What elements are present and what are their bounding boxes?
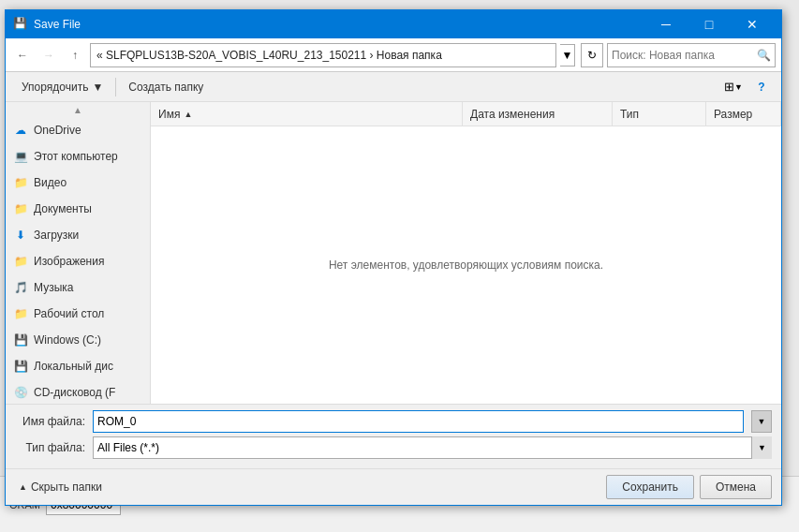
filename-row: Имя файла: ▼ <box>15 410 772 433</box>
column-name[interactable]: Имя ▲ <box>151 102 463 126</box>
sidebar-item-label-local-disk: Локальный дис <box>34 360 113 373</box>
address-path[interactable]: « SLFQPLUS13B-S20A_VOBIS_L40RU_213_15021… <box>90 43 556 67</box>
sidebar-item-documents[interactable]: 📁 Документы <box>6 196 150 222</box>
sidebar-item-label-windows-c: Windows (C:) <box>34 333 101 347</box>
search-input[interactable] <box>612 49 757 62</box>
sidebar-item-label-documents: Документы <box>34 202 92 215</box>
sidebar-item-local-disk[interactable]: 💾 Локальный дис <box>6 353 150 379</box>
sidebar-item-desktop[interactable]: 📁 Рабочий стол <box>6 301 150 327</box>
video-folder-icon: 📁 <box>13 175 28 190</box>
organize-label: Упорядочить <box>22 81 88 94</box>
filetype-label: Тип файла: <box>15 441 85 454</box>
sort-asc-icon: ▲ <box>184 110 192 119</box>
minimize-button[interactable]: ─ <box>644 10 688 38</box>
sidebar-item-windows-c[interactable]: 💾 Windows (C:) <box>6 327 150 353</box>
windows-c-drive-icon: 💾 <box>13 332 28 347</box>
form-section: Имя файла: ▼ Тип файла: All Files (*.*) … <box>6 404 781 468</box>
sidebar-item-video[interactable]: 📁 Видео <box>6 170 150 196</box>
save-file-dialog: 💾 Save File ─ □ ✕ ← → ↑ « SLFQPLUS13B-S2… <box>5 9 782 506</box>
sidebar-item-this-pc[interactable]: 💻 Этот компьютер <box>6 143 150 170</box>
onedrive-icon: ☁ <box>13 123 28 138</box>
filename-label: Имя файла: <box>15 415 85 428</box>
sidebar: ▲ ☁ OneDrive 💻 Этот компьютер 📁 Видео 📁 … <box>6 102 151 404</box>
new-folder-label: Создать папку <box>128 81 203 94</box>
filename-chevron-icon: ▼ <box>758 417 766 426</box>
sidebar-item-label-desktop: Рабочий стол <box>34 307 104 320</box>
forward-button[interactable]: → <box>37 44 60 66</box>
organize-chevron-icon: ▼ <box>92 81 103 94</box>
filetype-select-wrapper: All Files (*.*) ▼ <box>93 436 772 459</box>
dialog-icon: 💾 <box>13 17 28 32</box>
content-area: ▲ ☁ OneDrive 💻 Этот компьютер 📁 Видео 📁 … <box>6 102 781 404</box>
toolbar: Упорядочить ▼ Создать папку ⊞ ▼ ? <box>6 72 781 102</box>
hide-folders-button[interactable]: ▲ Скрыть папки <box>15 479 106 495</box>
sidebar-item-onedrive[interactable]: ☁ OneDrive <box>6 117 150 143</box>
computer-icon: 💻 <box>13 149 28 164</box>
hide-folders-label: Скрыть папки <box>31 480 102 494</box>
sidebar-item-label-downloads: Загрузки <box>34 229 79 242</box>
sidebar-item-images[interactable]: 📁 Изображения <box>6 248 150 274</box>
downloads-icon: ⬇ <box>13 228 28 243</box>
filetype-select[interactable]: All Files (*.*) <box>93 436 772 459</box>
column-size-label: Размер <box>714 108 752 121</box>
sidebar-item-label-onedrive: OneDrive <box>34 124 81 137</box>
file-list-empty-message: Нет элементов, удовлетворяющих условиям … <box>151 126 781 404</box>
organize-button[interactable]: Упорядочить ▼ <box>13 74 111 100</box>
up-button[interactable]: ↑ <box>64 44 86 66</box>
address-bar: ← → ↑ « SLFQPLUS13B-S20A_VOBIS_L40RU_213… <box>6 38 781 72</box>
refresh-button[interactable]: ↻ <box>581 43 603 67</box>
cd-drive-icon: 💿 <box>13 385 28 400</box>
window-controls: ─ □ ✕ <box>644 10 774 38</box>
maximize-button[interactable]: □ <box>688 10 731 38</box>
local-disk-icon: 💾 <box>13 359 28 374</box>
view-chevron-icon: ▼ <box>734 82 743 92</box>
music-icon: 🎵 <box>13 280 28 295</box>
column-date[interactable]: Дата изменения <box>463 102 613 126</box>
sidebar-item-label-music: Музыка <box>34 281 73 294</box>
sidebar-item-label-this-pc: Этот компьютер <box>34 150 118 163</box>
desktop-folder-icon: 📁 <box>13 306 28 321</box>
help-icon: ? <box>758 81 764 94</box>
sidebar-item-music[interactable]: 🎵 Музыка <box>6 274 150 301</box>
sidebar-item-downloads[interactable]: ⬇ Загрузки <box>6 222 150 248</box>
filename-input[interactable] <box>93 410 744 433</box>
toolbar-right: ⊞ ▼ ? <box>721 75 774 99</box>
filename-dropdown-icon[interactable]: ▼ <box>751 410 772 433</box>
toolbar-separator-1 <box>115 78 116 96</box>
file-list-area: Имя ▲ Дата изменения Тип Размер Нет элем… <box>151 102 781 404</box>
documents-folder-icon: 📁 <box>13 201 28 216</box>
sidebar-item-label-video: Видео <box>34 176 67 189</box>
cancel-button[interactable]: Отмена <box>700 475 772 499</box>
help-button[interactable]: ? <box>749 75 774 99</box>
new-folder-button[interactable]: Создать папку <box>120 74 212 100</box>
view-icon: ⊞ <box>724 80 734 94</box>
images-folder-icon: 📁 <box>13 254 28 269</box>
column-size[interactable]: Размер <box>706 102 781 126</box>
search-icon: 🔍 <box>757 49 771 62</box>
column-type-label: Тип <box>620 108 639 121</box>
sidebar-item-label-cd-drive: CD-дисковод (F <box>34 386 115 399</box>
sidebar-scroll-up[interactable]: ▲ <box>6 102 150 117</box>
search-box: 🔍 <box>607 43 776 67</box>
column-name-label: Имя <box>158 108 180 121</box>
sidebar-item-label-images: Изображения <box>34 255 104 268</box>
empty-message-text: Нет элементов, удовлетворяющих условиям … <box>329 259 603 272</box>
file-list-header: Имя ▲ Дата изменения Тип Размер <box>151 102 781 126</box>
column-type[interactable]: Тип <box>613 102 706 126</box>
column-date-label: Дата изменения <box>470 108 555 121</box>
dialog-title: Save File <box>34 18 644 31</box>
path-dropdown[interactable]: ▼ <box>560 44 575 66</box>
filetype-row: Тип файла: All Files (*.*) ▼ <box>15 436 772 459</box>
view-button[interactable]: ⊞ ▼ <box>721 75 746 99</box>
hide-folders-icon: ▲ <box>19 482 27 492</box>
back-button[interactable]: ← <box>11 44 34 66</box>
save-button[interactable]: Сохранить <box>606 475 694 499</box>
sidebar-item-cd-drive[interactable]: 💿 CD-дисковод (F <box>6 379 150 404</box>
close-button[interactable]: ✕ <box>731 10 774 38</box>
action-row: ▲ Скрыть папки Сохранить Отмена <box>6 468 781 505</box>
title-bar: 💾 Save File ─ □ ✕ <box>6 10 781 38</box>
